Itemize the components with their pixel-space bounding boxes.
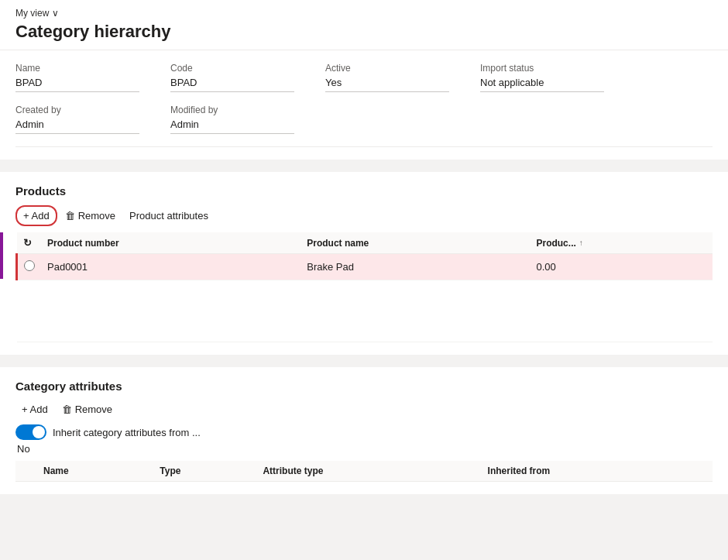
name-value: BPAD: [15, 77, 139, 92]
modified-by-value: Admin: [170, 119, 294, 134]
category-attributes-section: Category attributes + Add 🗑 Remove Inher…: [0, 367, 728, 494]
created-by-label: Created by: [15, 105, 139, 115]
table-row[interactable]: Pad0001 Brake Pad 0.00: [17, 254, 713, 280]
category-col-name: Name: [37, 461, 153, 482]
category-col-inherited-from-label: Inherited from: [488, 466, 551, 476]
products-table-header: ↻ Product number Product name Produc... …: [17, 232, 713, 254]
products-col-name: Product name: [300, 232, 530, 254]
chevron-down-icon: ∨: [52, 8, 59, 19]
active-label: Active: [325, 63, 449, 74]
toggle-slider[interactable]: [15, 424, 46, 440]
gap-1: [0, 160, 728, 166]
code-field-group: Code BPAD: [170, 63, 294, 92]
category-attributes-add-button[interactable]: + Add: [15, 400, 54, 418]
gap-2: [0, 355, 728, 361]
modified-by-field-group: Modified by Admin: [170, 105, 294, 134]
side-accent: [0, 232, 3, 279]
import-status-value: Not applicable: [480, 77, 604, 92]
remove-icon: 🗑: [65, 210, 75, 222]
category-col-attribute-type: Attribute type: [256, 461, 481, 482]
field-row-1: Name BPAD Code BPAD Active Yes Import st…: [15, 63, 713, 92]
products-select-all-col: ↻: [17, 232, 42, 254]
import-status-label: Import status: [480, 63, 604, 74]
category-attributes-title: Category attributes: [15, 380, 713, 393]
name-field-group: Name BPAD: [15, 63, 139, 92]
category-attributes-header: Name Type Attribute type Inherited from: [15, 461, 713, 482]
category-col-attribute-type-label: Attribute type: [263, 466, 323, 476]
code-label: Code: [170, 63, 294, 74]
page-title: Category hierarchy: [15, 22, 713, 50]
products-section: Products + Add 🗑 Remove Product attribut…: [0, 172, 728, 355]
refresh-icon: ↻: [23, 237, 32, 249]
products-remove-button[interactable]: 🗑 Remove: [59, 207, 122, 225]
my-view-label: My view: [15, 8, 49, 19]
code-value: BPAD: [170, 77, 294, 92]
products-table: ↻ Product number Product name Produc... …: [15, 232, 713, 342]
products-row-extra: 0.00: [530, 254, 713, 280]
inherit-label: Inherit category attributes from ...: [53, 427, 201, 438]
products-empty-area: [17, 280, 713, 342]
category-attributes-toolbar: + Add 🗑 Remove: [15, 400, 713, 418]
sort-asc-icon: ↑: [579, 239, 583, 247]
products-col-name-label: Product name: [307, 238, 369, 249]
inherit-toggle[interactable]: [15, 424, 46, 440]
products-add-button[interactable]: + Add: [15, 205, 57, 226]
section-divider: [15, 146, 713, 147]
category-remove-icon: 🗑: [62, 404, 72, 415]
category-select-col: [15, 461, 37, 482]
active-field-group: Active Yes: [325, 63, 449, 92]
category-attributes-remove-button[interactable]: 🗑 Remove: [56, 400, 118, 418]
category-col-name-label: Name: [43, 466, 69, 476]
products-row-radio[interactable]: [17, 254, 42, 280]
inherit-toggle-row: Inherit category attributes from ...: [15, 424, 713, 440]
top-bar: My view ∨ Category hierarchy: [0, 0, 728, 50]
category-col-type-label: Type: [160, 466, 180, 476]
category-attributes-table: Name Type Attribute type Inherited from: [15, 461, 713, 482]
field-row-2: Created by Admin Modified by Admin: [15, 105, 713, 134]
products-row-name: Brake Pad: [300, 254, 530, 280]
products-section-title: Products: [15, 184, 713, 198]
products-attributes-button[interactable]: Product attributes: [123, 207, 215, 225]
category-attributes-remove-label: Remove: [75, 404, 112, 415]
import-status-field-group: Import status Not applicable: [480, 63, 604, 92]
products-row-number: Pad0001: [41, 254, 300, 280]
form-section: Name BPAD Code BPAD Active Yes Import st…: [0, 50, 728, 160]
created-by-field-group: Created by Admin: [15, 105, 139, 134]
products-col-number: Product number: [41, 232, 300, 254]
category-col-type: Type: [153, 461, 256, 482]
created-by-value: Admin: [15, 119, 139, 134]
active-value: Yes: [325, 77, 449, 92]
inherit-text-label: Inherit category attributes from ...: [53, 427, 201, 438]
products-toolbar: + Add 🗑 Remove Product attributes: [15, 205, 713, 226]
modified-by-label: Modified by: [170, 105, 294, 115]
products-remove-label: Remove: [78, 210, 115, 222]
category-col-inherited-from: Inherited from: [482, 461, 713, 482]
my-view-selector[interactable]: My view ∨: [15, 8, 713, 19]
products-col-number-label: Product number: [47, 238, 119, 249]
name-label: Name: [15, 63, 139, 74]
toggle-value-text: No: [17, 443, 713, 455]
products-col-extra: Produc... ↑: [530, 232, 713, 254]
products-col-extra-label: Produc...: [536, 238, 575, 249]
